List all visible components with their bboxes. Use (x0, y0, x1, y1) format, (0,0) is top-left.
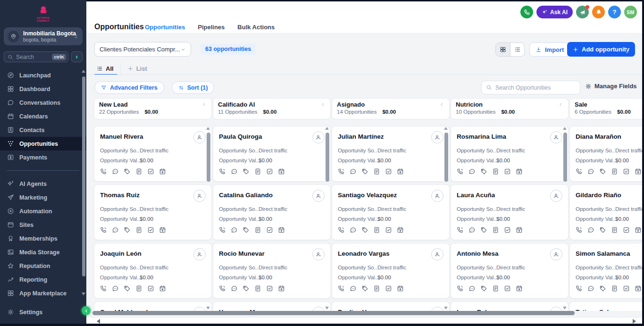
sidebar-item-contacts[interactable]: Contacts (0, 123, 86, 137)
tag-icon[interactable] (361, 226, 368, 234)
assign-user-icon[interactable] (431, 190, 443, 202)
calendar-plus-icon[interactable] (516, 226, 523, 234)
scroll-right-arrow[interactable] (633, 319, 636, 324)
task-icon[interactable] (385, 168, 392, 175)
phone-icon[interactable] (338, 168, 345, 175)
assign-user-icon[interactable] (312, 131, 325, 143)
opportunity-card[interactable]: Catalina Galiando Opportunity So...Direc… (213, 184, 331, 240)
note-icon[interactable] (135, 226, 142, 234)
opportunity-card[interactable]: Antonio Mesa Opportunity So...Direct tra… (451, 243, 569, 299)
sidebar-item-media-storage[interactable]: Media Storage (0, 245, 86, 259)
phone-icon[interactable] (338, 285, 345, 292)
opportunity-card[interactable]: Paulina Vega Opportunity So...Direct tra… (332, 301, 450, 311)
tag-icon[interactable] (480, 285, 487, 292)
sidebar-item-opportunities[interactable]: Opportunities (0, 137, 86, 150)
ask-ai-button[interactable]: Ask AI (536, 6, 573, 18)
opportunity-card[interactable]: Simon Salamanca Opportunity So...Direct … (569, 243, 642, 299)
tab-add-list[interactable]: List (120, 63, 154, 75)
calendar-plus-icon[interactable] (397, 285, 404, 292)
tag-icon[interactable] (124, 168, 131, 175)
tag-icon[interactable] (243, 285, 250, 292)
list-view-button[interactable] (510, 43, 524, 56)
note-icon[interactable] (373, 285, 380, 292)
scroll-up-arrow[interactable] (563, 127, 567, 130)
scroll-down-arrow[interactable] (325, 307, 329, 309)
scrollbar-thumb[interactable] (207, 133, 210, 182)
opportunity-card[interactable]: Coral Maldonado Opportunity So...Direct … (94, 301, 212, 311)
assign-user-icon[interactable] (193, 131, 206, 143)
note-icon[interactable] (254, 168, 261, 175)
sidebar-item-calendars[interactable]: Calendars (0, 109, 86, 123)
grid-view-button[interactable] (496, 43, 510, 56)
phone-button[interactable] (520, 6, 533, 18)
sidebar-item-memberships[interactable]: Memberships (0, 232, 86, 245)
calendar-plus-icon[interactable] (635, 226, 642, 234)
opportunity-card[interactable]: Gildardo Riaño Opportunity So...Direct t… (569, 184, 642, 240)
note-icon[interactable] (373, 168, 380, 175)
task-icon[interactable] (623, 226, 630, 234)
scrollbar-thumb[interactable] (563, 133, 567, 182)
task-icon[interactable] (385, 285, 392, 292)
sidebar-item-dashboard[interactable]: Dashboard (0, 82, 86, 96)
task-icon[interactable] (504, 168, 511, 175)
opportunity-card[interactable]: Tatiana Salamanca Opportunity So...Direc… (569, 301, 642, 311)
phone-icon[interactable] (219, 285, 226, 292)
advanced-filters-button[interactable]: Advanced Filters (94, 81, 164, 94)
column-header[interactable]: Asignado 14 Opportunities $0.00 (332, 98, 450, 119)
chat-icon[interactable] (587, 226, 594, 234)
sidebar-item-reputation[interactable]: Reputation (0, 259, 86, 273)
note-icon[interactable] (135, 168, 142, 175)
scroll-up-arrow[interactable] (206, 127, 210, 130)
chat-icon[interactable] (350, 285, 357, 292)
task-icon[interactable] (147, 226, 154, 234)
import-button[interactable]: Import (529, 42, 570, 57)
quick-actions-button[interactable] (71, 51, 83, 62)
account-switcher[interactable]: Inmobiliaria Bogota bogota, bogota (4, 27, 83, 45)
note-icon[interactable] (254, 285, 261, 292)
phone-icon[interactable] (100, 226, 107, 234)
sidebar-item-reporting[interactable]: Reporting (0, 273, 86, 286)
tag-icon[interactable] (124, 226, 131, 234)
scroll-down-arrow[interactable] (206, 307, 210, 309)
assign-user-icon[interactable] (193, 248, 206, 260)
sidebar-item-sites[interactable]: Sites (0, 218, 86, 232)
more-options-button[interactable] (622, 44, 632, 55)
scroll-down-arrow[interactable] (82, 293, 85, 295)
opportunity-card[interactable]: Rocio Munevar Opportunity So...Direct tr… (213, 243, 331, 299)
calendar-plus-icon[interactable] (159, 285, 166, 292)
scroll-up-arrow[interactable] (82, 70, 85, 73)
chat-icon[interactable] (587, 168, 594, 175)
opportunity-card[interactable]: Joaquin León Opportunity So...Direct tra… (94, 243, 212, 299)
user-avatar[interactable]: SM (624, 6, 637, 18)
calendar-plus-icon[interactable] (278, 226, 285, 234)
calendar-plus-icon[interactable] (635, 285, 642, 292)
assign-user-icon[interactable] (550, 131, 562, 143)
calendar-plus-icon[interactable] (397, 168, 404, 175)
tag-icon[interactable] (243, 168, 250, 175)
tag-icon[interactable] (361, 168, 368, 175)
opportunities-search-input[interactable] (495, 84, 576, 91)
sidebar-collapse-button[interactable] (82, 306, 91, 315)
scrollbar-thumb[interactable] (444, 133, 448, 182)
phone-icon[interactable] (576, 168, 583, 175)
note-icon[interactable] (611, 168, 618, 175)
tag-icon[interactable] (480, 226, 487, 234)
note-icon[interactable] (492, 226, 499, 234)
chat-icon[interactable] (468, 285, 476, 292)
note-icon[interactable] (135, 285, 142, 292)
task-icon[interactable] (266, 226, 273, 234)
tag-icon[interactable] (599, 168, 606, 175)
column-header[interactable]: Sale 6 Opportunities $0.00 (569, 98, 642, 119)
sidebar-item-app-marketplace[interactable]: App Marketplace (0, 286, 86, 300)
task-icon[interactable] (266, 285, 273, 292)
note-icon[interactable] (611, 285, 618, 292)
note-icon[interactable] (373, 226, 380, 234)
chat-icon[interactable] (231, 226, 238, 234)
tab-all[interactable]: All (97, 63, 120, 75)
phone-icon[interactable] (219, 226, 226, 234)
phone-icon[interactable] (100, 168, 107, 175)
assign-user-icon[interactable] (312, 307, 325, 311)
tag-icon[interactable] (124, 285, 131, 292)
chat-icon[interactable] (231, 168, 238, 175)
calendar-plus-icon[interactable] (159, 168, 166, 175)
